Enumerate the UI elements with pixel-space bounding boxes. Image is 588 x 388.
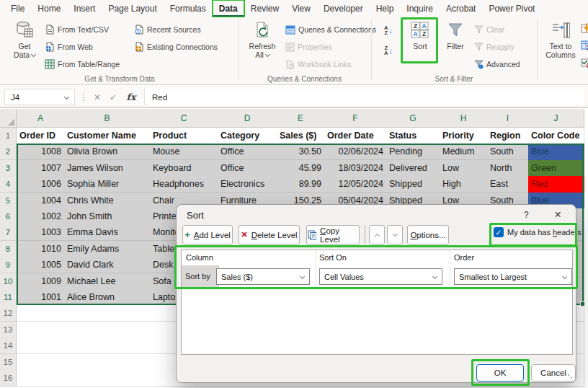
tab-acrobat[interactable]: Acrobat [440, 0, 482, 17]
existing-connections-button[interactable]: Existing Connections [134, 40, 218, 54]
column-header-C[interactable]: C [150, 109, 218, 128]
cell-A8[interactable]: 1010 [17, 241, 65, 257]
row-header-5[interactable]: 5 [0, 193, 17, 209]
tab-view[interactable]: View [285, 0, 317, 17]
fill-handle[interactable] [580, 301, 585, 307]
cell-H2[interactable]: Medium [440, 144, 488, 160]
cell-B6[interactable]: John Smith [64, 208, 151, 225]
sort-order-select[interactable]: Smallest to Largest [454, 268, 572, 285]
cell-B2[interactable]: Olivia Brown [64, 144, 151, 160]
queries-connections-button[interactable]: Queries & Connections [285, 22, 376, 37]
row-header-4[interactable]: 4 [0, 176, 17, 193]
cell-F3[interactable]: 18/03/2024 [324, 160, 387, 177]
cell-A3[interactable]: 1007 [17, 160, 65, 177]
cell-B14[interactable] [64, 338, 151, 354]
name-box[interactable]: J4 [4, 89, 75, 105]
tab-help[interactable]: Help [370, 0, 401, 17]
row-header-13[interactable]: 13 [0, 322, 17, 338]
copy-level-button[interactable]: Copy Level [306, 225, 360, 244]
sort-descending-button[interactable]: ZA↓ [378, 42, 399, 59]
cell-H1[interactable]: Priority [440, 128, 488, 144]
tab-data[interactable]: Data [213, 0, 244, 17]
cell-A4[interactable]: 1006 [17, 176, 65, 193]
cell-F1[interactable]: Order Date [324, 128, 387, 144]
cell-E3[interactable]: 45.99 [277, 160, 325, 177]
cell-C3[interactable]: Keyboard [150, 160, 218, 177]
row-header-16[interactable]: 16 [0, 370, 17, 387]
dialog-close-button[interactable]: ✕ [554, 209, 561, 220]
row-header-6[interactable]: 6 [0, 208, 17, 225]
column-header-H[interactable]: H [440, 109, 488, 128]
select-all-corner[interactable] [0, 109, 17, 128]
cell-D1[interactable]: Category [218, 128, 277, 144]
cell-G4[interactable]: Shipped [386, 176, 440, 193]
options-button[interactable]: Options... [407, 225, 449, 244]
cancel-icon[interactable]: ✕ [91, 89, 104, 105]
column-header-D[interactable]: D [218, 109, 277, 128]
cell-F2[interactable]: 02/06/2024 [324, 144, 387, 160]
column-header-E[interactable]: E [277, 109, 325, 128]
from-web-button[interactable]: From Web [45, 40, 93, 54]
column-header-J[interactable]: J [528, 109, 584, 128]
tab-file[interactable]: File [4, 0, 31, 17]
cell-A9[interactable]: 1005 [17, 257, 65, 273]
cell-B5[interactable]: Chris White [64, 193, 151, 209]
column-header-A[interactable]: A [17, 109, 65, 128]
cell-B8[interactable]: Emily Adams [64, 241, 151, 257]
cell-G1[interactable]: Status [386, 128, 440, 144]
cell-A5[interactable]: 1004 [17, 193, 65, 209]
cell-E4[interactable]: 89.99 [277, 176, 325, 193]
row-header-15[interactable]: 15 [0, 354, 17, 371]
cell-B7[interactable]: Emma Davis [64, 224, 151, 241]
cell-B15[interactable] [64, 354, 151, 371]
sort-column-select[interactable]: Sales ($) [216, 268, 310, 285]
formula-bar-menu-icon[interactable]: ⋮ [79, 89, 88, 105]
sort-on-select[interactable]: Cell Values [319, 268, 442, 285]
cell-A6[interactable]: 1002 [17, 208, 65, 225]
cell-A11[interactable]: 1001 [17, 289, 65, 306]
data-validation-button[interactable] [581, 56, 588, 70]
resize-grip[interactable] [567, 374, 573, 379]
formula-input[interactable]: Red [144, 89, 584, 105]
refresh-all-button[interactable]: Refresh All [244, 19, 281, 74]
tab-insert[interactable]: Insert [67, 0, 102, 17]
from-text-csv-button[interactable]: From Text/CSV [45, 22, 109, 37]
cell-J1[interactable]: Color Code [528, 128, 584, 144]
cell-H3[interactable]: Low [440, 160, 488, 177]
cell-B9[interactable]: David Clark [64, 257, 151, 273]
my-data-has-headers-checkbox[interactable]: ✓ [494, 227, 504, 237]
row-header-1[interactable]: 1 [0, 128, 17, 144]
cell-C4[interactable]: Headphones [150, 176, 218, 193]
cell-A10[interactable]: 1009 [17, 273, 65, 290]
row-header-11[interactable]: 11 [0, 289, 17, 306]
cell-I4[interactable]: East [487, 176, 529, 193]
cell-B11[interactable]: Alice Brown [64, 289, 151, 306]
cell-B10[interactable]: Michael Lee [64, 273, 151, 290]
cell-A14[interactable] [17, 338, 65, 354]
cell-A2[interactable]: 1008 [17, 144, 65, 160]
cell-I3[interactable]: North [487, 160, 529, 177]
cell-G3[interactable]: Delivered [386, 160, 440, 177]
tab-inquire[interactable]: Inquire [400, 0, 440, 17]
cell-I1[interactable]: Region [487, 128, 529, 144]
row-header-10[interactable]: 10 [0, 273, 17, 290]
move-level-down-button[interactable] [387, 225, 403, 244]
column-header-B[interactable]: B [64, 109, 151, 128]
tab-home[interactable]: Home [31, 0, 67, 17]
move-level-up-button[interactable] [369, 225, 385, 244]
cell-C1[interactable]: Product [150, 128, 218, 144]
row-header-3[interactable]: 3 [0, 160, 17, 177]
row-header-8[interactable]: 8 [0, 241, 17, 257]
cell-A15[interactable] [17, 354, 65, 371]
cell-A1[interactable]: Order ID [17, 128, 65, 144]
row-header-7[interactable]: 7 [0, 224, 17, 241]
cell-D2[interactable]: Office [218, 144, 277, 160]
column-header-G[interactable]: G [386, 109, 440, 128]
cell-E2[interactable]: 30.50 [277, 144, 325, 160]
cell-A16[interactable] [17, 370, 65, 387]
tab-page-layout[interactable]: Page Layout [102, 0, 163, 17]
remove-duplicates-button[interactable] [581, 38, 588, 53]
cell-D3[interactable]: Office [218, 160, 277, 177]
row-header-9[interactable]: 9 [0, 257, 17, 273]
cell-A7[interactable]: 1003 [17, 224, 65, 241]
